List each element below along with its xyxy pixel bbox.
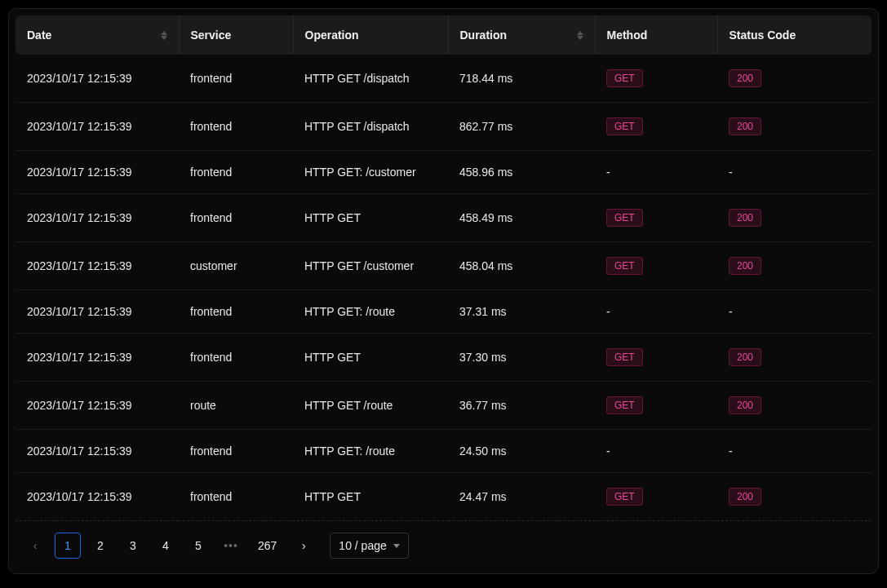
cell-duration: 718.44 ms — [448, 55, 595, 103]
cell-operation: HTTP GET: /route — [293, 290, 448, 334]
table-row[interactable]: 2023/10/17 12:15:39frontendHTTP GET: /cu… — [16, 151, 871, 194]
cell-date: 2023/10/17 12:15:39 — [16, 473, 179, 521]
cell-service: route — [179, 382, 293, 430]
cell-date: 2023/10/17 12:15:39 — [16, 151, 179, 194]
cell-duration: 862.77 ms — [448, 103, 595, 151]
cell-duration: 458.04 ms — [448, 242, 595, 290]
cell-duration: 37.30 ms — [448, 334, 595, 382]
column-header-duration[interactable]: Duration — [448, 15, 595, 55]
method-badge: GET — [606, 396, 643, 414]
cell-date: 2023/10/17 12:15:39 — [16, 103, 179, 151]
dash-value: - — [606, 166, 610, 179]
dash-value: - — [729, 444, 733, 458]
page-ellipsis[interactable]: ••• — [218, 533, 244, 559]
cell-status: 200 — [717, 334, 871, 382]
dash-value: - — [606, 444, 610, 458]
cell-date: 2023/10/17 12:15:39 — [16, 334, 179, 382]
cell-method: GET — [595, 334, 717, 382]
cell-operation: HTTP GET /dispatch — [293, 55, 448, 103]
column-label: Status Code — [730, 29, 796, 42]
cell-duration: 37.31 ms — [448, 290, 595, 334]
cell-method: GET — [595, 473, 717, 521]
cell-method: GET — [595, 382, 717, 430]
cell-operation: HTTP GET /dispatch — [293, 103, 448, 151]
cell-date: 2023/10/17 12:15:39 — [16, 382, 179, 430]
table-body: 2023/10/17 12:15:39frontendHTTP GET /dis… — [16, 55, 871, 521]
table-row[interactable]: 2023/10/17 12:15:39frontendHTTP GET24.47… — [16, 473, 871, 521]
method-badge: GET — [606, 348, 643, 366]
cell-status: 200 — [717, 473, 871, 521]
cell-service: frontend — [179, 151, 293, 194]
table-row[interactable]: 2023/10/17 12:15:39frontendHTTP GET458.4… — [16, 194, 871, 242]
cell-method: - — [595, 290, 717, 334]
method-badge: GET — [606, 257, 643, 275]
cell-status: 200 — [717, 242, 871, 290]
table-row[interactable]: 2023/10/17 12:15:39routeHTTP GET /route3… — [16, 382, 871, 430]
cell-status: - — [717, 290, 871, 334]
cell-date: 2023/10/17 12:15:39 — [16, 194, 179, 242]
cell-service: customer — [179, 242, 293, 290]
column-header-date[interactable]: Date — [16, 15, 179, 55]
chevron-down-icon — [393, 544, 400, 548]
trace-table-panel: Date Service Operation Duration — [8, 8, 879, 574]
page-1-button[interactable]: 1 — [55, 533, 81, 559]
page-4-button[interactable]: 4 — [153, 533, 179, 559]
cell-service: frontend — [179, 473, 293, 521]
page-5-button[interactable]: 5 — [185, 533, 211, 559]
status-badge: 200 — [729, 69, 761, 87]
status-badge: 200 — [729, 396, 761, 414]
cell-status: 200 — [717, 194, 871, 242]
cell-date: 2023/10/17 12:15:39 — [16, 55, 179, 103]
column-header-service[interactable]: Service — [179, 15, 293, 55]
chevron-left-icon: ‹ — [33, 539, 38, 552]
cell-method: - — [595, 430, 717, 473]
column-label: Method — [607, 29, 648, 42]
method-badge: GET — [606, 69, 643, 87]
cell-duration: 458.96 ms — [448, 151, 595, 194]
column-header-method[interactable]: Method — [595, 15, 717, 55]
cell-operation: HTTP GET — [293, 194, 448, 242]
table-row[interactable]: 2023/10/17 12:15:39frontendHTTP GET /dis… — [16, 103, 871, 151]
cell-operation: HTTP GET: /route — [293, 430, 448, 473]
cell-method: GET — [595, 242, 717, 290]
cell-date: 2023/10/17 12:15:39 — [16, 242, 179, 290]
trace-table: Date Service Operation Duration — [16, 15, 871, 521]
dash-value: - — [729, 305, 733, 318]
cell-method: GET — [595, 55, 717, 103]
cell-status: - — [717, 151, 871, 194]
table-row[interactable]: 2023/10/17 12:15:39customerHTTP GET /cus… — [16, 242, 871, 290]
cell-method: GET — [595, 103, 717, 151]
prev-page-button[interactable]: ‹ — [22, 533, 48, 559]
column-header-operation[interactable]: Operation — [293, 15, 448, 55]
cell-operation: HTTP GET: /customer — [293, 151, 448, 194]
cell-method: - — [595, 151, 717, 194]
table-row[interactable]: 2023/10/17 12:15:39frontendHTTP GET: /ro… — [16, 290, 871, 334]
cell-operation: HTTP GET — [293, 473, 448, 521]
cell-date: 2023/10/17 12:15:39 — [16, 290, 179, 334]
cell-duration: 458.49 ms — [448, 194, 595, 242]
cell-service: frontend — [179, 103, 293, 151]
table-header-row: Date Service Operation Duration — [16, 15, 871, 55]
cell-duration: 36.77 ms — [448, 382, 595, 430]
cell-service: frontend — [179, 290, 293, 334]
cell-operation: HTTP GET /route — [293, 382, 448, 430]
page-size-label: 10 / page — [339, 539, 386, 552]
column-header-status[interactable]: Status Code — [717, 15, 871, 55]
page-last-button[interactable]: 267 — [251, 533, 284, 559]
page-3-button[interactable]: 3 — [120, 533, 146, 559]
page-size-select[interactable]: 10 / page — [330, 533, 408, 559]
column-label: Date — [27, 29, 51, 42]
cell-service: frontend — [179, 334, 293, 382]
table-row[interactable]: 2023/10/17 12:15:39frontendHTTP GET /dis… — [16, 55, 871, 103]
cell-service: frontend — [179, 55, 293, 103]
column-label: Operation — [305, 29, 359, 42]
sort-icon[interactable] — [161, 31, 167, 40]
table-row[interactable]: 2023/10/17 12:15:39frontendHTTP GET37.30… — [16, 334, 871, 382]
method-badge: GET — [606, 209, 643, 227]
page-2-button[interactable]: 2 — [87, 533, 113, 559]
table-row[interactable]: 2023/10/17 12:15:39frontendHTTP GET: /ro… — [16, 430, 871, 473]
status-badge: 200 — [729, 348, 761, 366]
sort-icon[interactable] — [577, 31, 583, 40]
next-page-button[interactable]: › — [290, 533, 317, 559]
cell-service: frontend — [179, 430, 293, 473]
